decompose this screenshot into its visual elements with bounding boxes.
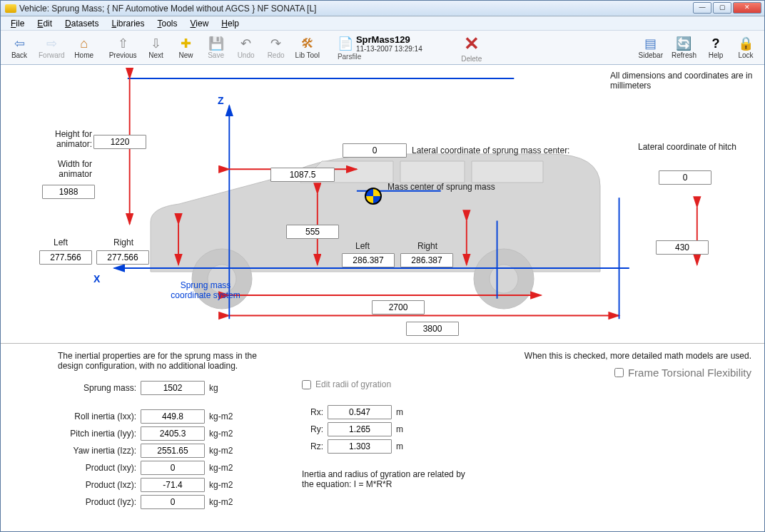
mass-center-label: Mass center of sprung mass <box>387 182 495 192</box>
sprung-mass-label: Sprung mass: <box>58 383 136 393</box>
libtool-button[interactable]: 🛠Lib Tool <box>292 33 323 63</box>
front-track-right-input[interactable] <box>96 250 149 265</box>
pxz-label: Product (Ixz): <box>58 480 136 490</box>
overall-3800-input[interactable] <box>406 322 459 336</box>
parsfile-label: Parsfile <box>338 53 361 61</box>
window-title: Vehicle: Sprung Mass; { NF Automotive Mo… <box>19 4 316 14</box>
axis-x-label: X <box>93 273 100 285</box>
home-button[interactable]: ⌂Home <box>70 33 98 63</box>
sprung-mass-input[interactable] <box>141 381 205 395</box>
sidebar-icon: ▤ <box>644 36 657 51</box>
ry-unit: m <box>396 424 406 434</box>
pyz-unit: kg-m2 <box>209 497 240 507</box>
sprung-mass-unit: kg <box>209 383 240 393</box>
next-button[interactable]: ⇩Next <box>142 33 171 63</box>
frame-flex-label: Frame Torsional Flexibility <box>628 367 751 379</box>
rx-input[interactable] <box>328 405 392 419</box>
inertia-note: Inertia and radius of gyration are relat… <box>302 469 466 489</box>
refresh-icon: 🔄 <box>676 36 691 51</box>
minimize-button[interactable]: — <box>693 2 711 14</box>
parsfile-date: 11-13-2007 13:29:14 <box>356 45 422 53</box>
rx-unit: m <box>396 407 406 417</box>
pitch-input[interactable] <box>141 426 205 441</box>
yaw-label: Yaw inertia (Izz): <box>58 446 136 456</box>
hitch-height-input[interactable] <box>656 240 709 255</box>
pxy-label: Product (Ixy): <box>58 463 136 473</box>
arrow-down-icon: ⇩ <box>151 36 161 51</box>
menu-help[interactable]: Help <box>216 17 245 30</box>
undo-button[interactable]: ↶Undo <box>232 33 260 63</box>
pitch-unit: kg-m2 <box>209 429 240 439</box>
ry-label: Ry: <box>302 424 323 434</box>
menu-edit[interactable]: Edit <box>31 17 58 30</box>
axis-z-label: Z <box>218 95 224 106</box>
cg-height-input[interactable] <box>286 225 339 239</box>
menu-tools[interactable]: Tools <box>151 17 183 30</box>
file-icon: 📄 <box>338 36 353 51</box>
new-button[interactable]: ✚New <box>172 33 201 63</box>
parsfile-section[interactable]: 📄 SprMass129 11-13-2007 13:29:14 Parsfil… <box>333 34 427 61</box>
lateral-cg-label: Lateral coordinate of sprung mass center… <box>412 145 569 155</box>
mass-center-icon <box>365 188 382 205</box>
roll-input[interactable] <box>141 409 205 424</box>
coord-sys-label: Sprung mass coordinate system <box>159 280 252 300</box>
rx-label: Rx: <box>302 407 323 417</box>
front-right-label: Right <box>113 237 133 247</box>
lateral-cg-input[interactable] <box>343 143 407 158</box>
menu-datasets[interactable]: Datasets <box>59 17 104 30</box>
rear-track-left-input[interactable] <box>342 253 395 267</box>
svg-point-3 <box>490 265 518 293</box>
rear-left-label: Left <box>355 241 370 251</box>
arrow-left-icon: ⇦ <box>14 36 25 51</box>
yaw-input[interactable] <box>141 444 205 458</box>
diagram-area: All dimensions and coordinates are in mi… <box>1 65 764 336</box>
close-button[interactable]: ✕ <box>733 2 761 14</box>
previous-button[interactable]: ⇧Previous <box>106 33 141 63</box>
save-button[interactable]: 💾Save <box>202 33 230 63</box>
pxy-unit: kg-m2 <box>209 463 240 473</box>
wheelbase-2700-input[interactable] <box>372 300 425 314</box>
maximize-button[interactable]: ▢ <box>713 2 731 14</box>
sidebar-button[interactable]: ▤Sidebar <box>635 33 667 63</box>
redo-button[interactable]: ↷Redo <box>262 33 290 63</box>
front-track-left-input[interactable] <box>39 250 92 265</box>
edit-radii-checkbox[interactable] <box>302 380 311 389</box>
new-icon: ✚ <box>181 36 191 51</box>
rz-unit: m <box>396 441 406 451</box>
refresh-button[interactable]: 🔄Refresh <box>668 33 700 63</box>
intro-text: The inertial properties are for the spru… <box>58 351 279 371</box>
rz-label: Rz: <box>302 441 323 451</box>
delete-button[interactable]: ✕ <box>458 33 485 55</box>
forward-button[interactable]: ⇨Forward <box>35 33 69 63</box>
pyz-label: Product (Iyz): <box>58 497 136 507</box>
height-animator-input[interactable] <box>93 135 146 149</box>
width-animator-input[interactable] <box>42 185 95 199</box>
roll-unit: kg-m2 <box>209 411 240 421</box>
help-button[interactable]: ?Help <box>701 33 730 63</box>
frame-flex-checkbox[interactable] <box>614 368 624 377</box>
ry-input[interactable] <box>328 422 392 436</box>
back-button[interactable]: ⇦Back <box>5 33 34 63</box>
app-icon <box>5 4 16 13</box>
pxy-input[interactable] <box>141 461 205 475</box>
rz-input[interactable] <box>328 439 392 454</box>
pxz-unit: kg-m2 <box>209 480 240 490</box>
parsfile-name: SprMass129 <box>356 34 422 45</box>
delete-label: Delete <box>461 55 482 63</box>
menu-file[interactable]: File <box>5 17 30 30</box>
toolbar: ⇦Back ⇨Forward ⌂Home ⇧Previous ⇩Next ✚Ne… <box>1 31 764 65</box>
lateral-hitch-input[interactable] <box>659 170 711 185</box>
pxz-input[interactable] <box>141 478 205 492</box>
menu-view[interactable]: View <box>185 17 215 30</box>
menu-libraries[interactable]: Libraries <box>106 17 150 30</box>
save-icon: 💾 <box>208 36 224 51</box>
lock-button[interactable]: 🔒Lock <box>731 33 760 63</box>
wheelbase-1087-input[interactable] <box>270 168 335 182</box>
arrow-up-icon: ⇧ <box>118 36 128 51</box>
pyz-input[interactable] <box>141 495 205 509</box>
lock-icon: 🔒 <box>738 36 754 51</box>
units-note: All dimensions and coordinates are in mi… <box>610 71 753 91</box>
rear-track-right-input[interactable] <box>400 253 453 267</box>
redo-icon: ↷ <box>270 36 281 51</box>
width-animator-label: Width for animator <box>35 159 92 179</box>
